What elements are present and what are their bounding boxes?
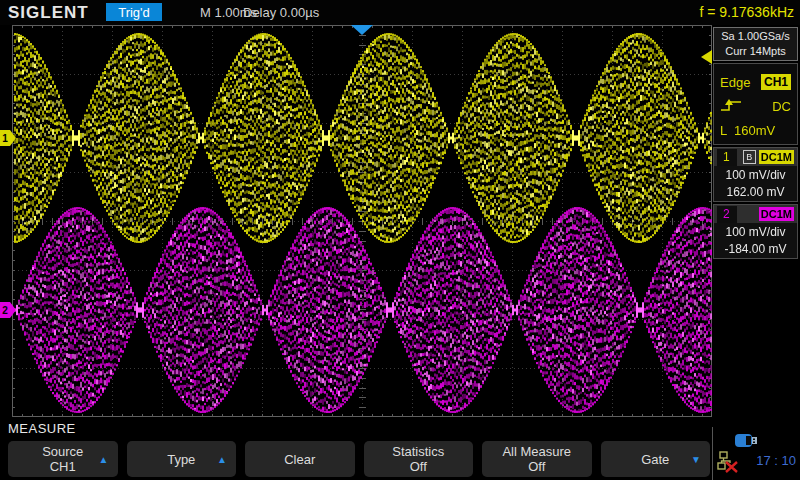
ch1-bandwidth-badge: B	[743, 150, 756, 164]
lan-disconnected-icon	[717, 451, 741, 477]
memory-depth: Curr 14Mpts	[714, 44, 797, 59]
ch2-zero-marker[interactable]: 2	[0, 302, 16, 318]
clear-button[interactable]: Clear	[245, 441, 355, 477]
menu-title: MEASURE	[8, 421, 76, 436]
ch1-zero-arrow-icon	[10, 130, 16, 146]
trigger-level-readout: L 160mV	[720, 118, 791, 142]
ch1-zero-label: 1	[0, 130, 10, 146]
down-arrow-icon: ▼	[691, 452, 701, 467]
all-measure-button[interactable]: All MeasureOff	[482, 441, 592, 477]
up-arrow-icon: ▲	[217, 452, 227, 467]
brand-logo: SIGLENT	[8, 3, 89, 23]
trigger-status-badge[interactable]: Trig'd	[106, 3, 162, 21]
up-arrow-icon: ▲	[99, 452, 109, 467]
ch2-zero-arrow-icon	[10, 302, 16, 318]
frequency-counter: f = 9.17636kHz	[699, 4, 794, 20]
trigger-level-marker-icon[interactable]	[701, 50, 712, 64]
ch1-scale: 100 mV/div	[714, 167, 797, 184]
ch2-zero-label: 2	[0, 302, 10, 318]
trigger-source-badge: CH1	[761, 74, 791, 90]
source-button[interactable]: SourceCH1▲	[8, 441, 118, 477]
status-corner: 17 : 10	[712, 427, 800, 480]
waveform-display[interactable]: 1 2	[0, 25, 712, 417]
ch1-offset: 162.00 mV	[714, 184, 797, 201]
acquisition-info-box[interactable]: Sa 1.00GSa/s Curr 14Mpts	[713, 27, 798, 61]
ch2-coupling-badge: DC1M	[759, 207, 794, 221]
ch1-info-box[interactable]: 1 B DC1M 100 mV/div 162.00 mV	[713, 147, 798, 202]
ch2-offset: -184.00 mV	[714, 241, 797, 258]
gate-button[interactable]: Gate▼	[601, 441, 711, 477]
usb-device-icon	[735, 433, 761, 452]
ch2-number: 2	[717, 206, 737, 223]
top-status-bar: SIGLENT Trig'd M 1.00ms Delay 0.00µs f =…	[0, 0, 800, 25]
type-button[interactable]: Type▲	[127, 441, 237, 477]
waveform-canvas	[0, 25, 712, 417]
ch2-scale: 100 mV/div	[714, 224, 797, 241]
ch2-info-box[interactable]: 2 DC1M 100 mV/div -184.00 mV	[713, 204, 798, 259]
trigger-type-label: Edge	[720, 75, 750, 90]
statistics-button[interactable]: StatisticsOff	[364, 441, 474, 477]
ch1-coupling-badge: DC1M	[759, 150, 794, 164]
trigger-position-marker-icon[interactable]	[351, 25, 373, 35]
rising-edge-icon	[720, 98, 742, 115]
sample-rate: Sa 1.00GSa/s	[714, 29, 797, 44]
clock-readout: 17 : 10	[756, 453, 796, 468]
oscilloscope-screen: SIGLENT Trig'd M 1.00ms Delay 0.00µs f =…	[0, 0, 800, 480]
softkey-menu-bar: SourceCH1▲ Type▲ Clear StatisticsOff All…	[8, 441, 710, 477]
ch1-number: 1	[717, 149, 737, 166]
delay-readout[interactable]: Delay 0.00µs	[243, 5, 319, 20]
trigger-info-box[interactable]: Edge CH1 DC L 160mV	[713, 63, 798, 145]
ch1-zero-marker[interactable]: 1	[0, 130, 16, 146]
trigger-coupling-label: DC	[772, 99, 791, 114]
